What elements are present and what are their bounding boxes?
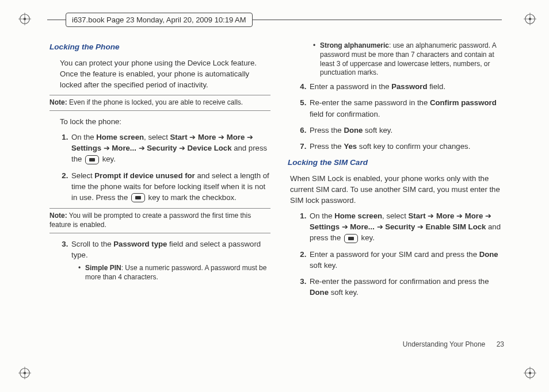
step-item: On the Home screen, select Start ➔ More … bbox=[308, 210, 509, 243]
page-number: 23 bbox=[497, 340, 504, 348]
note-text: Even if the phone is locked, you are abl… bbox=[67, 98, 243, 106]
page-meta-tag: i637.book Page 23 Monday, April 20, 2009… bbox=[66, 13, 253, 27]
note-block: Note: Even if the phone is locked, you a… bbox=[49, 95, 270, 111]
note-label: Note: bbox=[49, 212, 67, 220]
steps-list: On the Home screen, select Start ➔ More … bbox=[49, 132, 270, 203]
bullet-item: Simple PIN: Use a numeric password. A pa… bbox=[78, 264, 270, 282]
step-item: Scroll to the Password type field and se… bbox=[70, 239, 270, 282]
crop-mark-icon bbox=[524, 367, 536, 379]
bullet-item: Strong alphanumeric: use an alphanumeric… bbox=[313, 41, 509, 78]
page-footer: Understanding Your Phone 23 bbox=[403, 340, 504, 348]
steps-list: Scroll to the Password type field and se… bbox=[49, 239, 270, 282]
crop-mark-icon bbox=[18, 13, 31, 25]
step-item: Press the Done soft key. bbox=[308, 125, 509, 136]
steps-list: Enter a password in the Password field. … bbox=[288, 81, 509, 152]
note-text: You will be prompted to create a passwor… bbox=[49, 212, 251, 229]
intro-paragraph: You can protect your phone using the Dev… bbox=[60, 57, 270, 90]
intro-paragraph: When SIM Lock is enabled, your phone wor… bbox=[290, 173, 509, 206]
section-heading: Locking the Phone bbox=[49, 41, 270, 53]
steps-list: On the Home screen, select Start ➔ More … bbox=[288, 210, 509, 298]
ok-key-icon bbox=[85, 155, 99, 164]
step-item: Enter a password in the Password field. bbox=[308, 81, 509, 92]
ok-key-icon bbox=[344, 234, 358, 243]
step-item: Select Prompt if device unused for and s… bbox=[70, 170, 270, 203]
note-block: Note: You will be prompted to create a p… bbox=[49, 208, 270, 233]
step-item: Press the Yes soft key to confirm your c… bbox=[308, 141, 509, 152]
crop-mark-icon bbox=[18, 367, 31, 379]
bullet-list: Strong alphanumeric: use an alphanumeric… bbox=[288, 41, 509, 78]
lead-line: To lock the phone: bbox=[60, 116, 270, 127]
crop-mark-icon bbox=[524, 13, 536, 25]
step-item: Re-enter the same password in the Confir… bbox=[308, 97, 509, 119]
step-item: Enter a password for your SIM card and p… bbox=[308, 249, 509, 271]
column-right: Strong alphanumeric: use an alphanumeric… bbox=[288, 38, 509, 303]
footer-section-name: Understanding Your Phone bbox=[403, 340, 485, 348]
section-heading: Locking the SIM Card bbox=[288, 157, 509, 168]
note-label: Note: bbox=[49, 98, 67, 106]
step-item: On the Home screen, select Start ➔ More … bbox=[70, 132, 270, 164]
document-page: i637.book Page 23 Monday, April 20, 2009… bbox=[0, 0, 549, 392]
ok-key-icon bbox=[131, 193, 145, 202]
header-rule: i637.book Page 23 Monday, April 20, 2009… bbox=[47, 20, 502, 34]
step-item: Re-enter the password for confirmation a… bbox=[308, 276, 509, 298]
column-left: Locking the Phone You can protect your p… bbox=[49, 38, 270, 303]
bullet-list: Simple PIN: Use a numeric password. A pa… bbox=[71, 264, 270, 282]
content-columns: Locking the Phone You can protect your p… bbox=[49, 38, 509, 303]
